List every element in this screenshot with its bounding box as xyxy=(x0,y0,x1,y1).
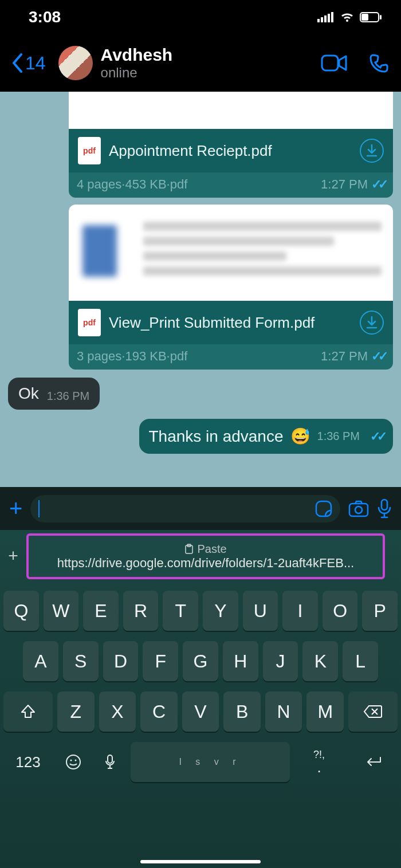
home-indicator[interactable] xyxy=(140,860,261,863)
download-button[interactable] xyxy=(360,311,384,335)
keyboard-suggestion-row: + Paste https://drive.google.com/drive/f… xyxy=(0,530,401,585)
svg-rect-0 xyxy=(317,19,320,22)
svg-rect-4 xyxy=(331,12,333,22)
wifi-icon xyxy=(339,11,355,23)
compose-bar: + xyxy=(0,487,401,530)
voice-message-button[interactable] xyxy=(377,498,392,519)
document-preview xyxy=(69,205,393,301)
keyboard-row-3: Z X C V B N M xyxy=(3,692,398,732)
suggestion-add-button[interactable]: + xyxy=(0,546,26,565)
emoji: 😅 xyxy=(290,427,310,446)
key-n[interactable]: N xyxy=(265,692,302,732)
back-count: 14 xyxy=(25,53,46,74)
key-d[interactable]: D xyxy=(103,641,139,681)
svg-rect-7 xyxy=(380,15,382,19)
key-s[interactable]: S xyxy=(63,641,99,681)
keyboard-row-2: A S D F G H J K L xyxy=(3,641,398,681)
key-w[interactable]: W xyxy=(44,591,79,631)
svg-rect-8 xyxy=(322,56,338,70)
chat-header: 14 Avdhesh online xyxy=(0,34,401,92)
key-dictation[interactable] xyxy=(94,742,126,782)
key-u[interactable]: U xyxy=(243,591,278,631)
key-l[interactable]: L xyxy=(343,641,378,681)
svg-point-11 xyxy=(355,506,362,513)
status-bar: 3:08 xyxy=(0,0,401,34)
read-ticks-icon: ✓✓ xyxy=(371,177,385,192)
key-q[interactable]: Q xyxy=(3,591,39,631)
battery-icon xyxy=(360,12,383,22)
key-t[interactable]: T xyxy=(163,591,198,631)
key-m[interactable]: M xyxy=(306,692,344,732)
key-123[interactable]: 123 xyxy=(3,742,53,782)
voice-call-button[interactable] xyxy=(369,53,390,73)
key-p[interactable]: P xyxy=(362,591,398,631)
message-outgoing-document[interactable]: pdf View_Print Submitted Form.pdf 3 page… xyxy=(69,205,393,370)
message-outgoing-document[interactable]: pdf Appointment Reciept.pdf 4 pages · 45… xyxy=(69,92,393,198)
download-button[interactable] xyxy=(360,139,384,163)
svg-rect-18 xyxy=(108,755,112,763)
key-c[interactable]: C xyxy=(140,692,178,732)
key-r[interactable]: R xyxy=(123,591,159,631)
key-emoji[interactable] xyxy=(57,742,89,782)
key-backspace[interactable] xyxy=(348,692,398,732)
message-time: 1:36 PM xyxy=(317,430,360,443)
chat-area[interactable]: pdf Appointment Reciept.pdf 4 pages · 45… xyxy=(0,92,401,487)
key-y[interactable]: Y xyxy=(203,591,238,631)
keyboard: Q W E R T Y U I O P A S D F G H J K L Z … xyxy=(0,585,401,868)
svg-rect-10 xyxy=(349,504,368,516)
paste-url: https://drive.google.com/drive/folders/1… xyxy=(52,556,360,571)
key-k[interactable]: K xyxy=(302,641,338,681)
key-e[interactable]: E xyxy=(83,591,119,631)
sticker-button[interactable] xyxy=(315,500,332,517)
key-a[interactable]: A xyxy=(23,641,58,681)
status-icons xyxy=(317,11,383,23)
key-f[interactable]: F xyxy=(143,641,178,681)
svg-point-16 xyxy=(70,760,72,761)
back-button[interactable]: 14 xyxy=(11,53,46,74)
message-time: 1:36 PM xyxy=(47,390,89,403)
pdf-icon: pdf xyxy=(78,309,101,336)
svg-rect-12 xyxy=(382,500,387,510)
attach-button[interactable]: + xyxy=(9,496,22,521)
paste-suggestion[interactable]: Paste https://drive.google.com/drive/fol… xyxy=(26,533,385,579)
keyboard-row-4: 123 I s v r ?!, . xyxy=(3,742,398,782)
key-o[interactable]: O xyxy=(323,591,358,631)
message-time: 1:27 PM xyxy=(321,177,368,192)
message-text: Thanks in advance xyxy=(148,427,283,446)
message-input[interactable] xyxy=(30,495,340,523)
paste-label: Paste xyxy=(197,543,226,556)
key-h[interactable]: H xyxy=(223,641,258,681)
clipboard-icon xyxy=(184,544,194,554)
key-b[interactable]: B xyxy=(223,692,261,732)
key-v[interactable]: V xyxy=(182,692,219,732)
text-cursor xyxy=(38,500,40,517)
document-name: Appointment Reciept.pdf xyxy=(109,142,352,160)
message-time: 1:27 PM xyxy=(321,349,368,364)
clock: 3:08 xyxy=(29,8,61,26)
document-meta: 3 pages · 193 KB · pdf 1:27 PM ✓✓ xyxy=(69,344,393,370)
document-name: View_Print Submitted Form.pdf xyxy=(109,313,352,332)
key-punctuation[interactable]: ?!, . xyxy=(294,742,344,782)
message-incoming[interactable]: Ok 1:36 PM xyxy=(8,378,393,410)
key-shift[interactable] xyxy=(3,692,53,732)
cellular-icon xyxy=(317,12,335,22)
key-space[interactable]: I s v r xyxy=(131,742,290,782)
avatar[interactable] xyxy=(58,46,93,80)
svg-rect-3 xyxy=(328,14,330,22)
contact-info[interactable]: Avdhesh online xyxy=(101,45,321,81)
key-i[interactable]: I xyxy=(282,591,318,631)
key-return[interactable] xyxy=(348,742,398,782)
svg-rect-9 xyxy=(316,501,331,516)
svg-rect-1 xyxy=(321,17,323,22)
message-outgoing[interactable]: Thanks in advance 😅 1:36 PM ✓✓ xyxy=(8,419,393,454)
document-meta: 4 pages · 453 KB · pdf 1:27 PM ✓✓ xyxy=(69,172,393,198)
key-j[interactable]: J xyxy=(263,641,298,681)
key-z[interactable]: Z xyxy=(57,692,95,732)
key-x[interactable]: X xyxy=(99,692,136,732)
video-call-button[interactable] xyxy=(321,54,347,72)
svg-rect-2 xyxy=(324,15,327,22)
document-preview xyxy=(69,92,393,129)
message-text: Ok xyxy=(18,384,39,403)
key-g[interactable]: G xyxy=(183,641,218,681)
camera-button[interactable] xyxy=(348,500,369,517)
